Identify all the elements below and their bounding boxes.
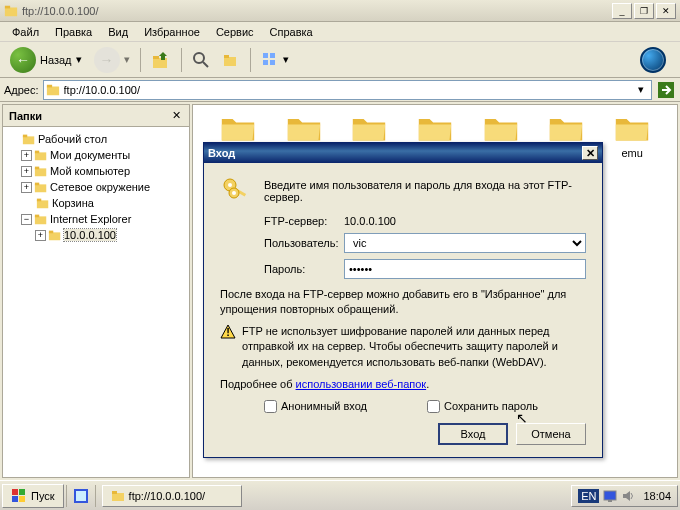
taskbar-divider [66, 485, 67, 507]
login-button[interactable]: Вход [438, 423, 508, 445]
toolbar-divider [140, 48, 141, 72]
dialog-close-button[interactable]: ✕ [582, 146, 598, 160]
dialog-intro: Введите имя пользователя и пароль для вх… [264, 179, 586, 203]
menu-file[interactable]: Файл [4, 24, 47, 40]
dropdown-arrow-icon[interactable]: ▾ [283, 53, 289, 66]
svg-rect-22 [35, 183, 39, 186]
tree-item[interactable]: −Internet Explorer [7, 211, 185, 227]
user-label: Пользователь: [264, 237, 344, 249]
start-button[interactable]: Пуск [2, 484, 64, 508]
task-label: ftp://10.0.0.100/ [129, 490, 205, 502]
maximize-button[interactable]: ❐ [634, 3, 654, 19]
language-indicator[interactable]: EN [578, 489, 599, 503]
svg-rect-21 [35, 184, 46, 192]
save-password-checkbox-label[interactable]: Сохранить пароль [427, 400, 538, 413]
menu-favorites[interactable]: Избранное [136, 24, 208, 40]
svg-rect-13 [46, 84, 51, 87]
cancel-button[interactable]: Отмена [516, 423, 586, 445]
folder-icon [483, 113, 519, 143]
tree-item[interactable]: +10.0.0.100 [7, 227, 185, 243]
toolbar: ← Назад ▾ → ▾ ▾ [0, 42, 680, 78]
tray-volume-icon[interactable] [621, 489, 635, 503]
minimize-button[interactable]: _ [612, 3, 632, 19]
windows-flag-icon [11, 488, 27, 504]
svg-rect-27 [49, 232, 60, 240]
close-button[interactable]: ✕ [656, 3, 676, 19]
tree-item[interactable]: Корзина [7, 195, 185, 211]
tree-item[interactable]: +Сетевое окружение [7, 179, 185, 195]
taskbar-divider [95, 485, 96, 507]
folders-button[interactable] [218, 49, 244, 71]
tree-item-label: Мой компьютер [50, 165, 130, 177]
search-button[interactable] [188, 49, 214, 71]
system-tray: EN 18:04 [571, 485, 678, 507]
address-combo[interactable]: ▾ [43, 80, 652, 100]
taskbar-task-explorer[interactable]: ftp://10.0.0.100/ [102, 485, 242, 507]
server-label: FTP-сервер: [264, 215, 344, 227]
folder-icon [417, 113, 453, 143]
window-titlebar: ftp://10.0.0.100/ _ ❐ ✕ [0, 0, 680, 22]
tray-display-icon[interactable] [603, 489, 617, 503]
back-button[interactable]: ← Назад ▾ [6, 45, 86, 75]
menu-service[interactable]: Сервис [208, 24, 262, 40]
tree-item[interactable]: +Мой компьютер [7, 163, 185, 179]
expand-toggle[interactable]: + [35, 230, 46, 241]
menu-edit[interactable]: Правка [47, 24, 100, 40]
forward-button: → ▾ [90, 45, 134, 75]
folder-label: emu [621, 147, 642, 159]
address-input[interactable] [64, 84, 633, 96]
login-keys-icon [220, 175, 252, 207]
expand-toggle[interactable]: + [21, 166, 32, 177]
folders-sidebar: Папки ✕ Рабочий стол+Мои документы+Мой к… [2, 104, 190, 478]
address-dropdown-icon[interactable]: ▾ [633, 83, 649, 96]
menu-bar: Файл Правка Вид Избранное Сервис Справка [0, 22, 680, 42]
svg-rect-43 [76, 491, 86, 501]
folder-icon [111, 489, 125, 503]
web-folders-link[interactable]: использовании веб-папок [296, 378, 427, 390]
tree-item[interactable]: +Мои документы [7, 147, 185, 163]
folder-icon [4, 4, 18, 18]
quick-launch-desktop[interactable] [71, 486, 91, 506]
dropdown-arrow-icon: ▾ [124, 53, 130, 66]
go-button[interactable] [656, 80, 676, 100]
tree-item-label: Рабочий стол [38, 133, 107, 145]
svg-rect-11 [270, 60, 275, 65]
server-value: 10.0.0.100 [344, 215, 586, 227]
show-desktop-icon [73, 488, 89, 504]
anonymous-checkbox-label[interactable]: Анонимный вход [264, 400, 367, 413]
sidebar-header: Папки ✕ [3, 105, 189, 127]
menu-view[interactable]: Вид [100, 24, 136, 40]
save-password-checkbox[interactable] [427, 400, 440, 413]
dialog-titlebar[interactable]: Вход ✕ [204, 143, 602, 163]
tray-clock[interactable]: 18:04 [643, 490, 671, 502]
sidebar-close-button[interactable]: ✕ [169, 109, 183, 123]
user-select[interactable]: vic [344, 233, 586, 253]
tree-folder-icon [34, 164, 48, 178]
window-title: ftp://10.0.0.100/ [22, 5, 610, 17]
up-button[interactable] [147, 48, 175, 72]
folder-icon [46, 83, 60, 97]
tree-item[interactable]: Рабочий стол [7, 131, 185, 147]
svg-line-5 [203, 62, 208, 67]
menu-help[interactable]: Справка [262, 24, 321, 40]
svg-rect-38 [12, 489, 18, 495]
svg-rect-15 [23, 136, 34, 144]
folder-item[interactable]: emu [599, 113, 665, 159]
svg-rect-41 [19, 496, 25, 502]
password-input[interactable] [344, 259, 586, 279]
sidebar-title: Папки [9, 110, 169, 122]
svg-rect-12 [46, 86, 58, 95]
folder-tree[interactable]: Рабочий стол+Мои документы+Мой компьютер… [3, 127, 189, 477]
expand-toggle[interactable]: − [21, 214, 32, 225]
folder-icon [220, 113, 256, 143]
taskbar: Пуск ftp://10.0.0.100/ EN 18:04 [0, 480, 680, 510]
expand-toggle[interactable]: + [21, 150, 32, 161]
folder-icon [286, 113, 322, 143]
svg-rect-24 [37, 199, 41, 202]
expand-toggle[interactable]: + [21, 182, 32, 193]
svg-rect-46 [604, 491, 616, 500]
views-button[interactable]: ▾ [257, 49, 293, 71]
svg-rect-10 [263, 60, 268, 65]
dropdown-arrow-icon[interactable]: ▾ [76, 53, 82, 66]
anonymous-checkbox[interactable] [264, 400, 277, 413]
